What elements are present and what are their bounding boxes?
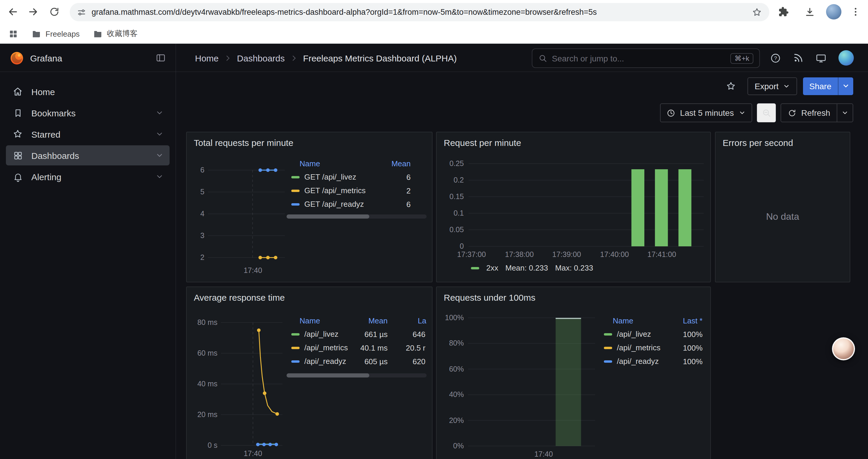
legend-row[interactable]: /api/_livez 100% — [599, 327, 706, 341]
panel-title[interactable]: Request per minute — [437, 132, 528, 153]
y-tick: 80 ms — [197, 319, 217, 327]
legend-col-last[interactable]: Las — [418, 316, 427, 325]
refresh-interval-chevron-icon[interactable] — [837, 104, 852, 122]
y-tick: 5 — [200, 188, 205, 196]
forward-icon[interactable] — [25, 4, 41, 20]
panel-average-response-time: Average response time 80 ms 60 ms 40 ms … — [186, 287, 433, 459]
y-tick: 0% — [453, 442, 464, 450]
time-range-picker[interactable]: Last 5 minutes — [660, 103, 752, 122]
refresh-button[interactable]: Refresh — [780, 103, 853, 122]
series-name[interactable]: /api/_livez — [304, 330, 339, 338]
sidebar-item-bookmarks[interactable]: Bookmarks — [6, 103, 169, 123]
legend-col-name[interactable]: Name — [300, 159, 320, 168]
rss-icon[interactable] — [793, 53, 804, 63]
legend-col-name[interactable]: Name — [613, 316, 633, 325]
scrollbar-thumb[interactable] — [286, 215, 369, 219]
browser-toolbar — [0, 0, 868, 24]
search-bar[interactable]: ⌘+k — [532, 48, 760, 68]
grafana-app: Grafana Home Dashboards Freeleaps Metric… — [0, 44, 868, 459]
legend-row[interactable]: GET /api/_metrics 2 — [286, 184, 427, 197]
series-mean: 6 — [406, 172, 411, 182]
series-name[interactable]: /api/_livez — [617, 330, 651, 338]
chevron-down-icon[interactable] — [155, 151, 164, 160]
refresh-main[interactable]: Refresh — [781, 104, 837, 122]
legend-row[interactable]: GET /api/_readyz 6 — [286, 197, 427, 211]
url-input[interactable] — [92, 8, 752, 17]
bookmark-item-freeleaps[interactable]: Freeleaps — [31, 29, 80, 39]
back-icon[interactable] — [5, 4, 21, 20]
legend-row[interactable]: /api/_metrics 100% — [599, 341, 706, 355]
url-bar[interactable] — [70, 3, 769, 21]
folder-icon — [93, 29, 103, 39]
search-input[interactable] — [552, 54, 730, 63]
series-name[interactable]: /api/_metrics — [304, 343, 348, 352]
panel-request-per-minute: Request per minute 0.25 0.2 0.15 0.1 0.0… — [436, 132, 711, 282]
series-name[interactable]: GET /api/_metrics — [304, 186, 366, 195]
reload-icon[interactable] — [46, 4, 63, 20]
legend-col-name[interactable]: Name — [300, 316, 320, 325]
legend-row[interactable]: /api/_metrics 40.1 ms 20.5 r — [286, 341, 427, 355]
sidebar-item-home[interactable]: Home — [6, 81, 169, 102]
user-avatar[interactable] — [838, 50, 854, 66]
floating-avatar[interactable] — [832, 337, 855, 360]
extensions-icon[interactable] — [775, 4, 792, 20]
series-name[interactable]: /api/_readyz — [304, 357, 346, 366]
legend-col-mean[interactable]: Mean — [392, 159, 411, 168]
download-icon[interactable] — [801, 4, 818, 20]
bookmark-star-icon[interactable] — [752, 7, 762, 18]
series-name[interactable]: /api/_metrics — [617, 343, 660, 352]
panel-title[interactable]: Average response time — [187, 287, 292, 308]
sidebar-item-alerting[interactable]: Alerting — [6, 167, 169, 187]
y-tick: 40 ms — [197, 380, 217, 388]
legend-scrollbar[interactable] — [286, 215, 427, 219]
series-color-dash — [291, 176, 300, 178]
legend-col-mean[interactable]: Mean — [368, 316, 388, 325]
chevron-down-icon[interactable] — [155, 130, 164, 138]
panel-title[interactable]: Requests under 100ms — [437, 287, 542, 308]
chevron-down-icon[interactable] — [155, 172, 164, 181]
sidebar-item-label: Home — [31, 87, 55, 97]
sidebar-item-starred[interactable]: Starred — [6, 124, 169, 144]
grafana-logo[interactable] — [9, 51, 24, 65]
export-button[interactable]: Export — [747, 77, 797, 95]
bookmark-item-blog[interactable]: 收藏博客 — [93, 28, 138, 39]
sidebar-item-dashboards[interactable]: Dashboards — [6, 145, 169, 165]
dashboard-toolbar: Export Share — [176, 72, 868, 100]
legend-row[interactable]: /api/_livez 661 µs 646 — [286, 327, 427, 341]
share-button[interactable]: Share — [803, 77, 853, 95]
breadcrumb-current: Freeleaps Metrics Dashboard (ALPHA) — [303, 53, 457, 63]
legend-scrollbar[interactable] — [286, 373, 427, 378]
help-icon[interactable]: ? — [770, 52, 781, 64]
series-color-dash — [604, 360, 612, 362]
legend-row[interactable]: /api/_readyz 605 µs 620 — [286, 355, 427, 368]
monitor-icon[interactable] — [815, 52, 827, 64]
zoom-out-time-icon[interactable] — [757, 103, 776, 122]
share-label[interactable]: Share — [803, 77, 838, 95]
bookmark-label: 收藏博客 — [107, 28, 138, 39]
y-tick: 0.15 — [450, 193, 464, 201]
y-tick: 40% — [449, 391, 464, 399]
series-name[interactable]: GET /api/_readyz — [304, 200, 364, 208]
series-name[interactable]: /api/_readyz — [617, 357, 659, 366]
panel-title[interactable]: Errors per second — [716, 132, 800, 153]
y-tick: 0.1 — [454, 209, 464, 218]
tune-icon[interactable] — [77, 7, 86, 17]
dock-menu-icon[interactable] — [155, 53, 166, 63]
star-dashboard-icon[interactable] — [723, 78, 739, 94]
panel-title[interactable]: Total requests per minute — [187, 132, 301, 153]
chevron-down-icon[interactable] — [155, 109, 164, 117]
legend: 2xx Mean: 0.233 Max: 0.233 — [471, 263, 593, 272]
scrollbar-thumb[interactable] — [286, 373, 369, 378]
refresh-icon — [788, 108, 797, 117]
breadcrumb-dashboards[interactable]: Dashboards — [237, 53, 285, 63]
breadcrumb-home[interactable]: Home — [195, 53, 219, 63]
series-name[interactable]: 2xx — [486, 263, 498, 272]
legend-row[interactable]: GET /api/_livez 6 — [286, 170, 427, 184]
browser-menu-icon[interactable] — [847, 4, 864, 20]
legend-col-last[interactable]: Last * — [683, 316, 703, 325]
share-menu-chevron-icon[interactable] — [838, 77, 853, 95]
browser-profile-avatar[interactable] — [826, 4, 841, 20]
apps-grid-icon[interactable] — [8, 29, 18, 39]
legend-row[interactable]: /api/_readyz 100% — [599, 355, 706, 368]
series-name[interactable]: GET /api/_livez — [304, 172, 356, 182]
